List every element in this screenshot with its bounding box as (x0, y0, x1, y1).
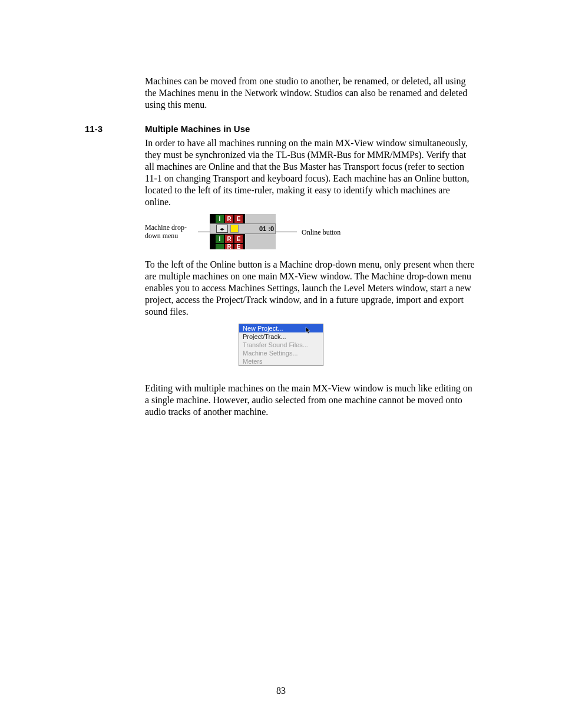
i-badge-icon: I (216, 215, 224, 223)
callout-line-right (276, 232, 297, 232)
row-prefix (210, 234, 214, 243)
figure-online-button: Machine drop- down menu I R E ◂▸ 01 :0 (145, 214, 439, 249)
row-gray (245, 243, 276, 249)
menu-item-meters: Meters (239, 357, 323, 365)
i-badge-icon: I (216, 235, 224, 243)
machine-strip: I R E ◂▸ 01 :0 I R E (210, 214, 276, 249)
machine-dropdown-menu: New Project...Project/Track...Transfer S… (239, 324, 323, 366)
ire-block: I R E (214, 214, 245, 223)
row-prefix (210, 214, 214, 223)
menu-item-new-project[interactable]: New Project... (239, 324, 323, 332)
row-gray (245, 214, 276, 223)
machine-dropdown-button[interactable]: ◂▸ (216, 225, 228, 233)
figure-left-caption-l1: Machine drop- (145, 223, 187, 232)
paragraph-intro: Machines can be moved from one studio to… (85, 75, 477, 111)
machine-row-1: I R E (210, 214, 276, 223)
ire-block: R E (214, 243, 245, 249)
menu-item-transfer-sound-files: Transfer Sound Files... (239, 341, 323, 349)
e-badge-icon: E (234, 235, 243, 243)
figure-right-caption: Online button (302, 228, 340, 237)
page: Machines can be moved from one studio to… (0, 0, 562, 728)
row-prefix (210, 243, 214, 249)
r-badge-icon: R (225, 215, 233, 223)
callout-line-left (198, 232, 210, 232)
section-number: 11-3 (85, 124, 145, 134)
machine-row-3: R E (210, 243, 276, 249)
row-gray (245, 234, 276, 243)
online-row: ◂▸ 01 :0 (210, 223, 276, 234)
machine-row-2: I R E (210, 234, 276, 243)
paragraph-sync: In order to have all machines running on… (85, 137, 477, 208)
ire-block: I R E (214, 234, 245, 243)
menu-item-machine-settings: Machine Settings... (239, 349, 323, 357)
figure-left-caption-l2: down menu (145, 232, 178, 240)
page-number: 83 (0, 686, 562, 696)
menu-item-project-track[interactable]: Project/Track... (239, 332, 323, 341)
online-button[interactable] (230, 225, 239, 233)
section-heading-row: 11-3 Multiple Machines in Use (85, 124, 477, 134)
figure-left-caption: Machine drop- down menu (145, 223, 198, 241)
i-badge-icon (216, 244, 224, 249)
time-display: 01 :0 (259, 225, 274, 232)
r-badge-icon: R (225, 235, 233, 243)
paragraph-editing: Editing with multiple machines on the ma… (85, 383, 477, 418)
section-title: Multiple Machines in Use (145, 124, 250, 134)
e-badge-icon: E (234, 244, 243, 249)
e-badge-icon: E (234, 215, 243, 223)
r-badge-icon: R (225, 244, 233, 249)
paragraph-dropdown: To the left of the Online button is a Ma… (85, 259, 477, 318)
